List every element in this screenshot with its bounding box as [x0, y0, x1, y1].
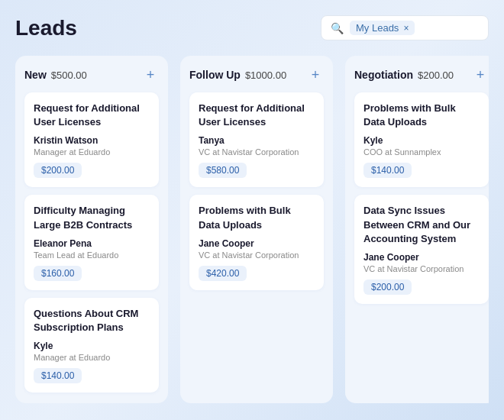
card-role-new-0: Manager at Eduardo	[34, 147, 150, 157]
card-title-negotiation-0: Problems with Bulk Data Uploads	[363, 102, 480, 129]
column-title-follow-up: Follow Up	[189, 69, 241, 81]
column-header-follow-up: Follow Up$1000.00+	[189, 66, 324, 83]
search-icon: 🔍	[331, 22, 344, 34]
card-person-follow-up-0: Tanya	[199, 135, 315, 146]
column-add-button-follow-up[interactable]: +	[307, 66, 324, 83]
card-person-follow-up-1: Jane Cooper	[199, 238, 315, 249]
column-follow-up: Follow Up$1000.00+Request for Additional…	[180, 56, 333, 403]
column-header-new: New$500.00+	[24, 66, 159, 83]
column-new: New$500.00+Request for Additional User L…	[15, 56, 168, 403]
column-negotiation: Negotiation$200.00+Problems with Bulk Da…	[345, 56, 489, 403]
card-title-new-0: Request for Additional User Licenses	[34, 102, 150, 129]
card-role-follow-up-1: VC at Navistar Corporation	[199, 250, 315, 260]
card-follow-up-1[interactable]: Problems with Bulk Data UploadsJane Coop…	[189, 195, 324, 289]
card-role-new-1: Team Lead at Eduardo	[34, 250, 150, 260]
card-role-negotiation-1: VC at Navistar Corporation	[363, 264, 480, 273]
page-header: Leads 🔍 My Leads ×	[15, 15, 489, 40]
card-person-new-1: Eleanor Pena	[34, 238, 150, 249]
card-person-negotiation-1: Jane Cooper	[363, 252, 480, 263]
card-amount-badge-negotiation-0: $140.00	[363, 163, 480, 178]
card-title-new-2: Questions About CRM Subscription Plans	[34, 307, 150, 334]
column-add-button-negotiation[interactable]: +	[472, 66, 489, 83]
card-role-negotiation-0: COO at Sunnamplex	[363, 147, 480, 157]
card-new-1[interactable]: Difficulty Managing Large B2B ContractsE…	[24, 195, 159, 289]
column-add-button-new[interactable]: +	[142, 66, 159, 83]
column-title-new: New	[24, 69, 47, 81]
card-amount-badge-follow-up-0: $580.00	[199, 163, 315, 178]
card-person-negotiation-0: Kyle	[363, 135, 480, 146]
card-amount-badge-negotiation-1: $200.00	[363, 279, 480, 295]
card-title-new-1: Difficulty Managing Large B2B Contracts	[34, 204, 150, 231]
card-negotiation-1[interactable]: Data Sync Issues Between CRM and Our Acc…	[354, 195, 489, 304]
card-person-new-0: Kristin Watson	[34, 135, 150, 146]
card-new-2[interactable]: Questions About CRM Subscription PlansKy…	[24, 298, 159, 393]
card-amount-badge-follow-up-1: $420.00	[199, 266, 315, 281]
card-follow-up-0[interactable]: Request for Additional User LicensesTany…	[189, 92, 324, 187]
card-title-follow-up-0: Request for Additional User Licenses	[199, 102, 315, 129]
card-amount-badge-new-0: $200.00	[34, 163, 150, 178]
column-amount-negotiation: $200.00	[418, 69, 454, 81]
card-role-follow-up-0: VC at Navistar Corporation	[199, 147, 315, 157]
filter-tag: My Leads ×	[350, 21, 415, 35]
card-amount-badge-new-2: $140.00	[34, 368, 150, 383]
card-new-0[interactable]: Request for Additional User LicensesKris…	[24, 92, 159, 187]
filter-tag-label: My Leads	[356, 22, 399, 34]
page-title: Leads	[15, 16, 77, 40]
column-amount-follow-up: $1000.00	[245, 69, 286, 81]
kanban-board: New$500.00+Request for Additional User L…	[15, 56, 489, 403]
filter-tag-close-icon[interactable]: ×	[403, 23, 409, 34]
column-amount-new: $500.00	[51, 69, 87, 81]
card-title-follow-up-1: Problems with Bulk Data Uploads	[199, 204, 315, 231]
card-amount-badge-new-1: $160.00	[34, 266, 150, 281]
card-person-new-2: Kyle	[34, 341, 150, 351]
column-header-negotiation: Negotiation$200.00+	[354, 66, 489, 83]
card-title-negotiation-1: Data Sync Issues Between CRM and Our Acc…	[363, 204, 480, 246]
column-title-negotiation: Negotiation	[354, 69, 413, 81]
search-bar[interactable]: 🔍 My Leads ×	[321, 15, 489, 40]
card-role-new-2: Manager at Eduardo	[34, 353, 150, 362]
card-negotiation-0[interactable]: Problems with Bulk Data UploadsKyleCOO a…	[354, 92, 489, 187]
